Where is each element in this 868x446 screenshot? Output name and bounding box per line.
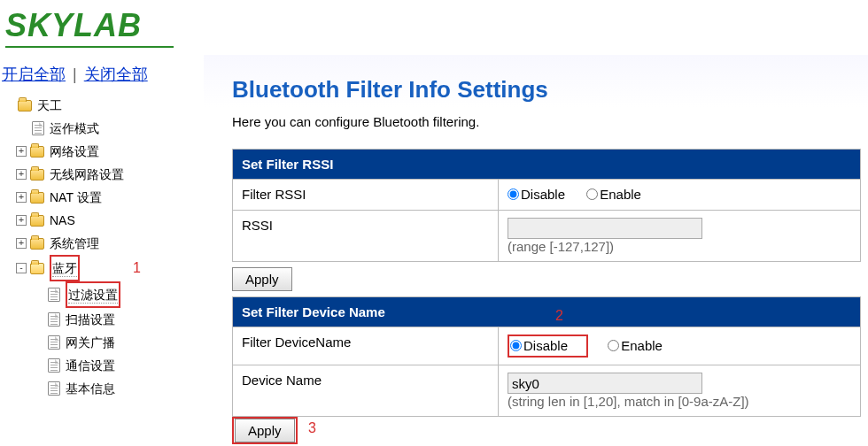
tree-item-label: 蓝牙 bbox=[52, 261, 77, 277]
expand-collapse-links: 开启全部 | 关闭全部 bbox=[2, 58, 202, 94]
main-content: Bluetooth Filter Info Settings Here you … bbox=[204, 55, 868, 444]
tree-item-wireless[interactable]: + 无线网路设置 bbox=[2, 163, 202, 186]
page-icon bbox=[48, 312, 60, 327]
page-icon bbox=[48, 358, 60, 373]
filter-rssi-enable-label[interactable]: Enable bbox=[586, 187, 641, 202]
page-description: Here you can configure Bluetooth filteri… bbox=[232, 114, 868, 129]
tree-item-label: 过滤设置 bbox=[68, 288, 118, 304]
devname-label: Device Name bbox=[233, 365, 499, 417]
open-all-link[interactable]: 开启全部 bbox=[2, 65, 66, 83]
tree-item-gateway-broadcast[interactable]: 网关广播 bbox=[2, 331, 202, 354]
folder-icon bbox=[18, 100, 32, 112]
expand-icon[interactable]: + bbox=[16, 215, 27, 226]
filter-rssi-disable-label[interactable]: Disable bbox=[508, 187, 565, 202]
filter-rssi-disable-radio[interactable] bbox=[508, 188, 519, 200]
logo-underline bbox=[5, 46, 174, 48]
nav-tree: 天工 运作模式 + 网络设置 + 无线网路设置 + NAT 设置 bbox=[2, 94, 202, 400]
tree-item-basic-info[interactable]: 基本信息 bbox=[2, 377, 202, 400]
devname-input[interactable] bbox=[508, 373, 702, 394]
tree-item-label: 系统管理 bbox=[50, 232, 99, 255]
folder-icon bbox=[30, 238, 44, 250]
filter-rssi-radio-group: Disable Enable bbox=[508, 188, 659, 203]
rssi-label: RSSI bbox=[233, 211, 499, 262]
filter-devname-enable-radio[interactable] bbox=[608, 340, 619, 351]
page-icon bbox=[48, 335, 60, 350]
tree-root[interactable]: 天工 bbox=[2, 94, 202, 117]
expand-icon[interactable]: + bbox=[16, 192, 27, 203]
tree-item-nas[interactable]: + NAS bbox=[2, 209, 202, 232]
rssi-input[interactable] bbox=[508, 218, 702, 239]
tree-root-label: 天工 bbox=[37, 94, 62, 117]
tree-item-scan-settings[interactable]: 扫描设置 bbox=[2, 308, 202, 331]
page-icon bbox=[48, 381, 60, 396]
tree-item-bluetooth[interactable]: - 蓝牙 1 bbox=[2, 255, 202, 281]
tree-item-filter-settings[interactable]: 过滤设置 bbox=[2, 281, 202, 308]
expand-icon[interactable]: + bbox=[16, 169, 27, 180]
rssi-hint: (range [-127,127]) bbox=[508, 239, 851, 254]
tree-item-label: 运作模式 bbox=[50, 117, 99, 140]
filter-rssi-enable-radio[interactable] bbox=[586, 188, 598, 200]
expand-icon[interactable]: + bbox=[16, 146, 27, 157]
expand-icon[interactable]: + bbox=[16, 238, 27, 249]
filter-devname-radio-group: Disable Enable bbox=[508, 339, 680, 354]
tree-item-label: 网关广播 bbox=[66, 331, 115, 354]
folder-icon bbox=[30, 215, 44, 227]
annotation-1: 1 bbox=[133, 257, 141, 280]
devname-section: Set Filter Device Name Filter DeviceName… bbox=[232, 296, 861, 417]
tree-item-sysadmin[interactable]: + 系统管理 bbox=[2, 232, 202, 255]
filter-devname-disable-label[interactable]: Disable bbox=[510, 338, 568, 353]
filter-devname-disable-radio[interactable] bbox=[510, 340, 522, 351]
filter-rssi-label: Filter RSSI bbox=[233, 180, 499, 211]
tree-item-mode[interactable]: 运作模式 bbox=[2, 117, 202, 140]
folder-open-icon bbox=[30, 263, 44, 274]
annotation-2: 2 bbox=[555, 308, 563, 324]
sidebar: 开启全部 | 关闭全部 天工 运作模式 + 网络设置 + bbox=[0, 55, 204, 444]
filter-devname-enable-label[interactable]: Enable bbox=[608, 338, 663, 353]
page-title: Bluetooth Filter Info Settings bbox=[232, 76, 868, 104]
rssi-section-header: Set Filter RSSI bbox=[233, 150, 861, 180]
tree-item-network[interactable]: + 网络设置 bbox=[2, 140, 202, 163]
page-icon bbox=[48, 288, 60, 302]
annotation-3: 3 bbox=[308, 420, 316, 436]
apply-rssi-button[interactable]: Apply bbox=[232, 267, 292, 291]
rssi-section: Set Filter RSSI Filter RSSI Disable Enab… bbox=[232, 149, 861, 262]
page-icon bbox=[32, 121, 44, 135]
tree-item-label: 基本信息 bbox=[66, 377, 115, 400]
tree-item-nat[interactable]: + NAT 设置 bbox=[2, 186, 202, 209]
logo-area: SKYLAB bbox=[0, 0, 868, 55]
apply-devname-button[interactable]: Apply bbox=[235, 419, 295, 442]
folder-icon bbox=[30, 146, 44, 158]
tree-item-comm-settings[interactable]: 通信设置 bbox=[2, 354, 202, 377]
link-separator: | bbox=[73, 65, 77, 83]
tree-item-label: 通信设置 bbox=[66, 354, 115, 377]
collapse-icon[interactable]: - bbox=[16, 263, 27, 273]
folder-icon bbox=[30, 192, 44, 204]
tree-item-label: NAT 设置 bbox=[50, 186, 102, 209]
tree-item-label: NAS bbox=[50, 209, 75, 232]
folder-icon bbox=[30, 169, 44, 181]
filter-devname-label: Filter DeviceName bbox=[233, 327, 499, 365]
tree-item-label: 无线网路设置 bbox=[50, 163, 124, 186]
logo-text: SKYLAB bbox=[5, 7, 863, 44]
tree-item-label: 网络设置 bbox=[50, 140, 99, 163]
tree-item-label: 扫描设置 bbox=[66, 308, 115, 331]
devname-hint: (string len in [1,20], match in [0-9a-zA… bbox=[508, 394, 851, 409]
devname-section-header: Set Filter Device Name bbox=[233, 297, 861, 327]
close-all-link[interactable]: 关闭全部 bbox=[84, 65, 148, 83]
